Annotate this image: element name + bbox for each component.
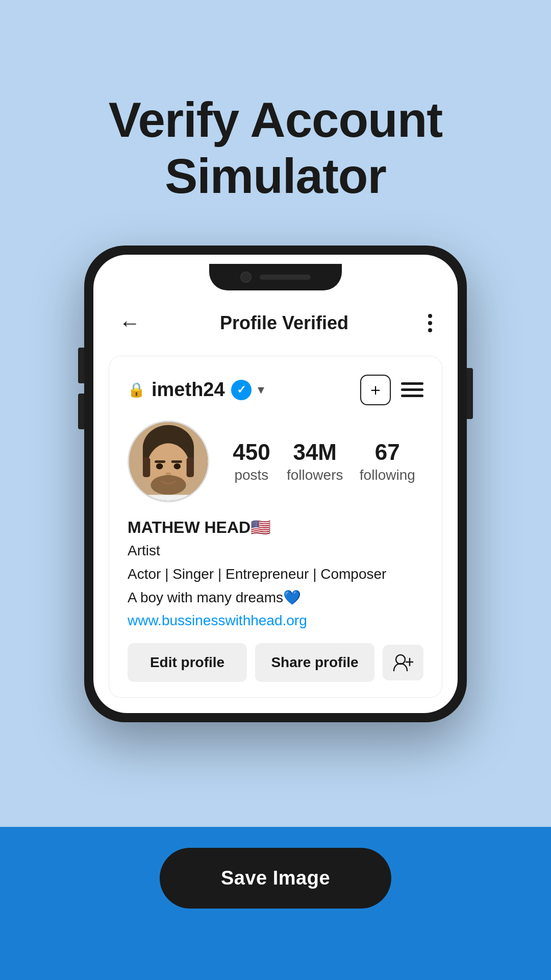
stats-numbers: 450 posts 34M followers 67 following [224, 439, 423, 483]
menu-button[interactable] [401, 382, 423, 397]
stat-posts[interactable]: 450 posts [233, 439, 270, 483]
top-bar: ← Profile Verified [93, 296, 458, 346]
dropdown-arrow-icon[interactable]: ▾ [258, 382, 264, 398]
phone-btn-power [467, 368, 473, 419]
screen-content: ← Profile Verified 🔒 [93, 255, 458, 698]
svg-point-13 [396, 655, 405, 664]
username-text: imeth24 [152, 379, 225, 401]
svg-rect-7 [171, 460, 182, 463]
stat-following[interactable]: 67 following [360, 439, 415, 483]
verified-check-icon: ✓ [237, 383, 246, 397]
following-count: 67 [360, 439, 415, 465]
back-button[interactable]: ← [119, 311, 140, 335]
username-row: 🔒 imeth24 ✓ ▾ ＋ [128, 375, 423, 405]
title-section: Verify Account Simulator [68, 92, 484, 205]
svg-point-5 [174, 463, 181, 470]
page-title: Verify Account Simulator [109, 92, 443, 205]
more-options-button[interactable] [428, 314, 432, 332]
bio-name: MATHEW HEAD🇺🇸 [128, 518, 423, 537]
bio-line3: A boy with many dreams💙 [128, 587, 423, 608]
page-wrapper: Verify Account Simulator ← [0, 0, 551, 980]
phone-outer: ← Profile Verified 🔒 [84, 246, 467, 722]
svg-rect-12 [187, 457, 194, 477]
phone-btn-volume-down [78, 394, 84, 429]
add-post-button[interactable]: ＋ [360, 375, 391, 405]
edit-profile-button[interactable]: Edit profile [128, 643, 247, 682]
phone-mockup: ← Profile Verified 🔒 [84, 246, 467, 722]
svg-rect-6 [155, 460, 165, 463]
plus-icon: ＋ [367, 379, 384, 401]
svg-rect-10 [144, 495, 193, 501]
save-button-wrapper: Save Image [160, 848, 391, 909]
posts-count: 450 [233, 439, 270, 465]
followers-label: followers [287, 467, 343, 483]
front-camera [240, 272, 252, 283]
following-label: following [360, 467, 415, 483]
svg-rect-11 [143, 457, 150, 477]
profile-card: 🔒 imeth24 ✓ ▾ ＋ [109, 356, 442, 698]
lock-icon: 🔒 [128, 381, 145, 398]
action-buttons: Edit profile Share profile [128, 643, 423, 682]
bio-line1: Artist [128, 540, 423, 561]
stat-followers[interactable]: 34M followers [287, 439, 343, 483]
posts-label: posts [233, 467, 270, 483]
avatar [128, 421, 209, 502]
dot1 [428, 314, 432, 318]
followers-count: 34M [287, 439, 343, 465]
phone-notch [209, 264, 342, 290]
bio-section: MATHEW HEAD🇺🇸 Artist Actor | Singer | En… [128, 518, 423, 629]
bio-link[interactable]: www.bussinesswithhead.org [128, 612, 423, 629]
dot2 [428, 321, 432, 325]
hline3 [401, 395, 423, 397]
topbar-title: Profile Verified [220, 312, 348, 334]
save-image-button[interactable]: Save Image [160, 848, 391, 909]
phone-speaker [260, 275, 311, 280]
svg-point-4 [156, 463, 163, 470]
phone-screen: ← Profile Verified 🔒 [93, 255, 458, 713]
username-left: 🔒 imeth24 ✓ ▾ [128, 379, 264, 401]
add-person-button[interactable] [383, 645, 423, 680]
share-profile-button[interactable]: Share profile [255, 643, 374, 682]
phone-btn-volume-up [78, 348, 84, 383]
svg-point-9 [151, 475, 186, 495]
hline1 [401, 382, 423, 385]
hline2 [401, 388, 423, 391]
username-right: ＋ [360, 375, 423, 405]
stats-row: 450 posts 34M followers 67 following [128, 421, 423, 502]
dot3 [428, 328, 432, 332]
bio-line2: Actor | Singer | Entrepreneur | Composer [128, 564, 423, 585]
verified-badge: ✓ [231, 380, 252, 400]
